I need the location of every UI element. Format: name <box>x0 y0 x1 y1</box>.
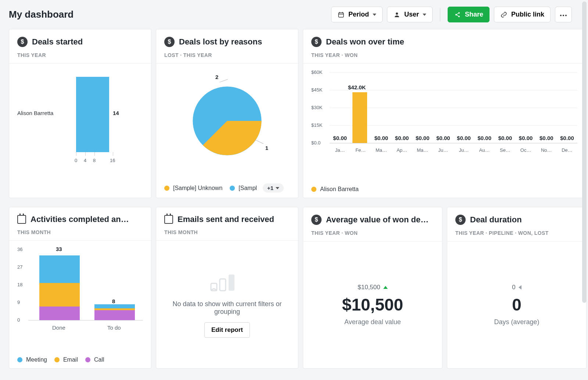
bar-value-label: $0.00 <box>412 135 433 141</box>
x-tick: Ma… <box>371 147 391 153</box>
dollar-icon: $ <box>311 215 322 225</box>
x-tick: Oc… <box>516 147 536 153</box>
x-tick: Au… <box>474 147 495 153</box>
pie-chart <box>187 80 268 161</box>
bar-value-label: $0.00 <box>516 135 536 141</box>
svg-rect-15 <box>220 279 226 291</box>
period-dropdown[interactable]: Period <box>331 7 383 22</box>
card-subtitle: THIS MONTH <box>164 229 290 235</box>
card-title-text: Activities completed an… <box>31 215 129 224</box>
more-icon <box>560 11 567 18</box>
y-tick: 9 <box>17 300 20 305</box>
legend-dot <box>54 357 60 362</box>
bar-segment-meeting <box>94 304 135 308</box>
x-tick: Se… <box>495 147 515 153</box>
card-activities[interactable]: Activities completed an… THIS MONTH 36 2… <box>9 207 151 369</box>
card-emails[interactable]: Emails sent and received THIS MONTH No d… <box>156 207 298 369</box>
dollar-icon: $ <box>17 37 28 47</box>
card-avg-value[interactable]: $ Average value of won de… THIS YEAR · W… <box>303 207 442 369</box>
x-tick: 16 <box>110 158 115 163</box>
dollar-icon: $ <box>455 215 466 225</box>
chevron-down-icon <box>423 14 426 16</box>
bar-value-label: $42.0K <box>348 84 366 90</box>
svg-point-4 <box>396 12 398 15</box>
kpi-value: 0 <box>512 295 521 315</box>
bar-segment-call <box>39 306 80 320</box>
legend-label: Call <box>94 356 104 363</box>
share-button[interactable]: Share <box>448 7 490 22</box>
bar-segment-email <box>39 283 80 306</box>
header-actions: Period User Share Publ <box>331 7 572 22</box>
scrollbar[interactable] <box>582 1 587 303</box>
card-subtitle: THIS MONTH <box>17 229 143 235</box>
card-subtitle: THIS YEAR · PIPELINE · WON, LOST <box>455 230 578 236</box>
bar-segment-meeting <box>39 255 80 283</box>
legend-label: Email <box>63 356 78 363</box>
edit-report-button[interactable]: Edit report <box>204 322 250 338</box>
x-category: Done <box>52 325 65 331</box>
card-deals-won[interactable]: $ Deals won over time THIS YEAR · WON $6… <box>303 29 586 198</box>
legend-dot <box>164 186 169 191</box>
y-tick: $0.0 <box>311 140 320 146</box>
legend-dot <box>311 187 316 192</box>
kpi-label: Average deal value <box>344 318 401 326</box>
x-tick: 4 <box>84 158 86 163</box>
share-label: Share <box>465 11 483 18</box>
pie-label: 2 <box>215 74 218 80</box>
legend-dot <box>85 357 90 362</box>
y-tick: 18 <box>17 282 22 287</box>
legend-dot <box>17 357 22 362</box>
bar-value-label: $0.00 <box>495 135 515 141</box>
x-tick: Ju… <box>433 147 453 153</box>
empty-chart-icon <box>209 272 245 294</box>
divider <box>440 8 440 21</box>
calendar-icon <box>164 215 173 224</box>
y-tick: 36 <box>17 247 22 252</box>
x-tick: No… <box>536 147 557 153</box>
x-tick: Ma… <box>412 147 433 153</box>
x-tick: De… <box>557 147 577 153</box>
svg-point-12 <box>565 15 567 16</box>
legend-label: Alison Barretta <box>320 186 359 193</box>
legend-more-pill[interactable]: +1 <box>263 183 284 193</box>
bar-value-label: $0.00 <box>371 135 391 141</box>
more-menu-button[interactable] <box>555 7 572 22</box>
user-dropdown[interactable]: User <box>387 7 433 22</box>
card-subtitle: LOST · THIS YEAR <box>164 52 290 58</box>
x-tick: Ja… <box>330 147 350 153</box>
bar-category-label: Alison Barretta <box>17 110 53 116</box>
bar-value-label: $0.00 <box>330 135 350 141</box>
card-deals-started[interactable]: $ Deals started THIS YEAR Alison Barrett… <box>9 29 151 198</box>
svg-rect-0 <box>338 12 344 17</box>
legend-dot <box>230 186 235 191</box>
y-tick: $30K <box>311 105 322 110</box>
trend-neutral-icon <box>519 285 521 290</box>
kpi-label: Days (average) <box>494 318 539 326</box>
chevron-down-icon <box>276 187 279 189</box>
card-deals-lost[interactable]: $ Deals lost by reasons LOST · THIS YEAR… <box>156 29 298 198</box>
x-category: To do <box>107 325 121 331</box>
kpi-compare-value: 0 <box>512 284 515 291</box>
svg-line-8 <box>456 13 458 14</box>
calendar-icon <box>17 215 26 224</box>
y-tick: 0 <box>17 317 20 323</box>
card-title-text: Deal duration <box>470 215 522 225</box>
svg-point-11 <box>563 15 564 16</box>
dollar-icon: $ <box>164 37 175 47</box>
legend-label: [Sample] Unknown <box>173 185 222 191</box>
legend-label: Meeting <box>26 356 47 363</box>
public-link-label: Public link <box>511 11 544 18</box>
bar <box>76 77 109 152</box>
y-tick: 27 <box>17 264 22 270</box>
kpi-compare-value: $10,500 <box>358 284 380 291</box>
public-link-button[interactable]: Public link <box>494 7 551 22</box>
calendar-icon <box>337 11 345 18</box>
user-label: User <box>404 11 419 18</box>
card-deal-duration[interactable]: $ Deal duration THIS YEAR · PIPELINE · W… <box>447 207 587 369</box>
legend-more-label: +1 <box>267 185 273 191</box>
legend-label: [Sampl <box>239 185 257 191</box>
trend-up-icon <box>383 286 388 289</box>
bar-total-label: 8 <box>112 298 115 304</box>
card-title-text: Emails sent and received <box>178 215 274 224</box>
bar-value-label: $0.00 <box>474 135 495 141</box>
